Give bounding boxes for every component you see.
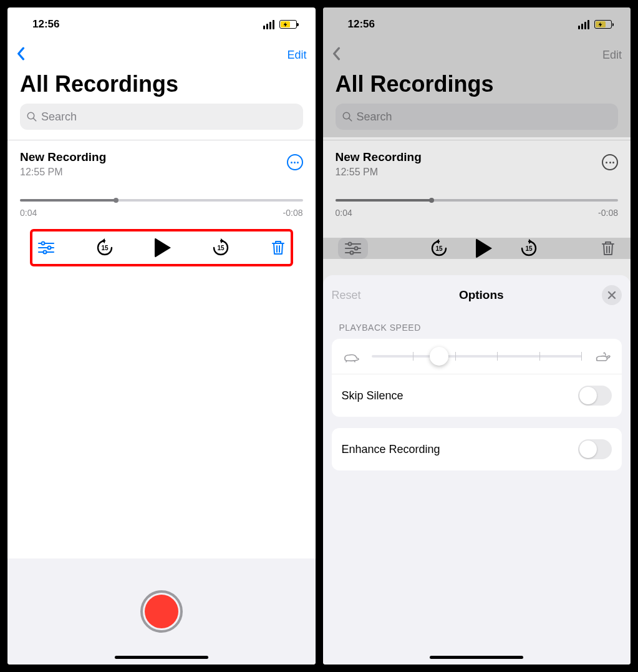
playback-scrubber[interactable]: [20, 199, 303, 202]
play-icon: [476, 238, 492, 258]
search-placeholder: Search: [41, 110, 77, 124]
svg-text:15: 15: [217, 245, 225, 251]
search-input[interactable]: Search: [336, 104, 619, 130]
playback-speed-label: PLAYBACK SPEED: [339, 323, 615, 333]
playback-options-button[interactable]: [338, 238, 368, 259]
page-title: All Recordings: [336, 71, 619, 97]
playback-scrubber[interactable]: [336, 199, 619, 202]
svg-point-3: [42, 242, 45, 245]
svg-point-17: [354, 247, 357, 250]
skip-forward-15-button[interactable]: 15: [520, 239, 538, 258]
page-title: All Recordings: [20, 71, 303, 97]
battery-icon: [594, 20, 612, 29]
sheet-title: Options: [459, 288, 504, 302]
controls-highlight: 15 15: [30, 229, 293, 266]
title-row: All Recordings: [323, 69, 631, 104]
delete-button[interactable]: [271, 240, 286, 256]
skip-forward-15-button[interactable]: 15: [211, 238, 230, 257]
record-button[interactable]: [140, 590, 183, 633]
enhance-recording-toggle[interactable]: [578, 439, 612, 459]
status-bar: 12:56: [7, 7, 316, 41]
edit-button[interactable]: Edit: [602, 49, 622, 62]
play-button[interactable]: [476, 238, 492, 258]
cellular-signal-icon: [263, 20, 274, 29]
home-indicator[interactable]: [115, 656, 208, 659]
back-button[interactable]: [16, 47, 27, 64]
battery-icon: [279, 20, 297, 29]
enhance-recording-row: Enhance Recording: [332, 428, 622, 470]
rabbit-icon: [593, 350, 612, 363]
phone-left: 12:56 Edit All Recordings Search New Rec…: [7, 7, 316, 665]
nav-bar: Edit: [323, 41, 631, 69]
reset-button[interactable]: Reset: [332, 289, 361, 302]
nav-bar: Edit: [7, 41, 316, 69]
skip-silence-toggle[interactable]: [578, 386, 612, 406]
phone-right: 12:56 Edit All Recordings Search New Rec…: [323, 7, 631, 665]
scrubber-fill: [336, 199, 432, 202]
status-time: 12:56: [348, 18, 375, 31]
search-input[interactable]: Search: [20, 104, 303, 130]
more-options-button[interactable]: [287, 154, 303, 170]
play-button[interactable]: [155, 238, 171, 258]
recording-item[interactable]: New Recording 12:55 PM 0:04 -0:08 15: [7, 140, 316, 273]
status-bar: 12:56: [323, 7, 631, 41]
svg-point-7: [44, 251, 47, 254]
search-icon: [26, 111, 37, 122]
recording-title: New Recording: [20, 150, 106, 164]
scrubber-fill: [20, 199, 116, 202]
speed-knob[interactable]: [430, 347, 448, 366]
playback-speed-slider[interactable]: [332, 339, 622, 374]
skip-silence-label: Skip Silence: [342, 389, 404, 402]
search-placeholder: Search: [357, 110, 392, 124]
play-icon: [155, 238, 171, 258]
playback-controls: 15 15: [323, 238, 631, 259]
enhance-card: Enhance Recording: [332, 428, 622, 470]
enhance-recording-label: Enhance Recording: [342, 443, 440, 456]
title-row: All Recordings: [7, 69, 316, 104]
svg-point-19: [350, 251, 353, 255]
options-sheet: Reset Options PLAYBACK SPEED Skip Silenc…: [323, 275, 631, 665]
delete-button[interactable]: [601, 240, 616, 256]
search-icon: [342, 111, 353, 122]
recording-subtitle: 12:55 PM: [20, 167, 106, 178]
search-wrap: Search: [7, 104, 316, 137]
footer: [7, 558, 316, 665]
close-icon: [607, 291, 616, 299]
more-options-button[interactable]: [602, 154, 618, 170]
svg-text:15: 15: [436, 245, 443, 252]
skip-back-15-button[interactable]: 15: [430, 239, 448, 258]
close-button[interactable]: [602, 285, 622, 305]
svg-text:15: 15: [101, 245, 109, 251]
scrubber-knob[interactable]: [114, 198, 118, 203]
remaining-time: -0:08: [598, 208, 618, 218]
recording-title: New Recording: [336, 150, 422, 164]
cellular-signal-icon: [578, 20, 589, 29]
svg-text:15: 15: [526, 245, 533, 252]
svg-line-13: [349, 118, 352, 121]
svg-point-5: [48, 246, 51, 250]
status-right: [578, 20, 612, 29]
time-labels: 0:04 -0:08: [336, 208, 619, 218]
remaining-time: -0:08: [283, 208, 303, 218]
playback-options-button[interactable]: [37, 241, 55, 255]
back-button[interactable]: [332, 47, 343, 64]
svg-line-1: [33, 118, 36, 121]
recording-subtitle: 12:55 PM: [336, 167, 422, 178]
turtle-icon: [342, 350, 360, 363]
elapsed-time: 0:04: [336, 208, 352, 218]
search-wrap: Search: [323, 104, 631, 137]
scrubber-knob[interactable]: [429, 198, 434, 203]
speed-track: [372, 355, 582, 358]
status-right: [263, 20, 297, 29]
skip-silence-row: Skip Silence: [332, 374, 622, 417]
elapsed-time: 0:04: [20, 208, 37, 218]
sheet-header: Reset Options: [332, 285, 622, 305]
recording-item[interactable]: New Recording 12:55 PM 0:04 -0:08: [323, 140, 631, 224]
home-indicator[interactable]: [430, 656, 523, 659]
status-time: 12:56: [32, 18, 59, 31]
edit-button[interactable]: Edit: [287, 49, 306, 62]
playback-speed-card: Skip Silence: [332, 339, 622, 417]
record-icon: [145, 595, 178, 628]
time-labels: 0:04 -0:08: [20, 208, 303, 218]
skip-back-15-button[interactable]: 15: [95, 238, 114, 257]
